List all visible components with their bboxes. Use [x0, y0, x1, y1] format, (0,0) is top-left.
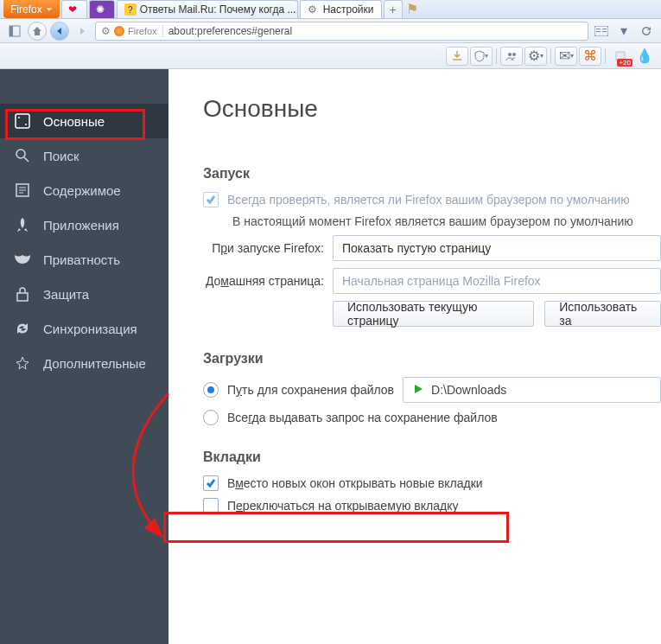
row-homepage: Домашняя страница: Начальная страница Mo… — [203, 268, 661, 294]
button-use-bookmark-label: Использовать за — [559, 300, 646, 328]
play-icon — [412, 383, 424, 398]
select-startup-action[interactable]: Показать пустую страницу — [333, 235, 661, 261]
tab-3[interactable]: ? Ответы Mail.Ru: Почему когда ... — [117, 0, 298, 18]
button-use-current-label: Использовать текущую страницу — [347, 300, 519, 328]
preferences-pane: Основные Поиск Содержимое Приложения При… — [0, 69, 661, 644]
button-use-bookmark[interactable]: Использовать за — [544, 301, 661, 327]
svg-point-10 — [18, 117, 20, 118]
row-open-in-tabs: Вместо новых окон открывать новые вкладк… — [203, 475, 661, 491]
tab-2[interactable]: ✺ — [89, 0, 115, 18]
input-homepage-placeholder: Начальная страница Mozilla Firefox — [342, 274, 541, 288]
tab-1[interactable]: ❤ — [61, 0, 87, 18]
svg-rect-6 — [602, 31, 607, 32]
input-homepage[interactable]: Начальная страница Mozilla Firefox — [333, 268, 661, 294]
checkbox-open-in-tabs[interactable] — [203, 475, 219, 491]
sidebar-item-security[interactable]: Защита — [0, 277, 168, 311]
firefox-menu-label: Firefox — [10, 3, 42, 16]
section-heading-downloads: Загрузки — [203, 351, 661, 367]
sidebar-item-general[interactable]: Основные — [0, 104, 168, 138]
url-text: about:preferences#general — [168, 25, 292, 37]
tab-4[interactable]: ⚙ Настройки — [300, 0, 382, 18]
save-path-value: D:\Downloads — [431, 383, 506, 397]
checkbox-always-check[interactable] — [203, 192, 219, 207]
preferences-content: Основные Запуск Всегда проверять, являет… — [168, 69, 661, 644]
rss-icon[interactable]: ⌘ — [579, 47, 601, 66]
gear-icon: ⚙ — [101, 25, 111, 37]
lock-icon — [14, 285, 31, 303]
page-title: Основные — [203, 95, 661, 123]
svg-rect-1 — [10, 26, 13, 36]
svg-point-8 — [512, 53, 516, 56]
gear-icon: ⚙ — [308, 3, 320, 16]
row-on-startup: При запуске Firefox: Показать пустую стр… — [203, 235, 661, 261]
sidebar-item-sync[interactable]: Синхронизация — [0, 311, 168, 346]
swirl-icon: ✺ — [96, 3, 108, 16]
checkbox-switch-to-tab[interactable] — [203, 498, 219, 513]
home-button[interactable] — [28, 22, 47, 41]
categories-sidebar: Основные Поиск Содержимое Приложения При… — [0, 69, 168, 644]
back-button[interactable] — [50, 22, 69, 41]
sidebar-item-apps[interactable]: Приложения — [0, 207, 168, 242]
svg-point-7 — [508, 53, 512, 56]
settings-icon[interactable]: ⚙▾ — [524, 47, 547, 66]
sidebar-item-label: Поиск — [43, 149, 79, 163]
notifications-icon[interactable]: +20 — [609, 47, 632, 66]
label-switch-to-tab: Переключаться на открываемую вкладку — [227, 499, 458, 513]
svg-rect-4 — [596, 31, 601, 32]
svg-rect-5 — [602, 29, 607, 29]
svg-rect-9 — [16, 114, 29, 128]
sidebar-item-label: Содержимое — [43, 183, 121, 198]
mail-icon: ? — [124, 3, 137, 16]
identity-box[interactable]: ⚙ Firefox — [99, 25, 163, 37]
general-icon — [14, 112, 31, 130]
sidebar-toggle-button[interactable] — [5, 22, 24, 41]
sidebar-item-label: Дополнительные — [43, 356, 146, 371]
label-open-in-tabs: Вместо новых окон открывать новые вкладк… — [227, 476, 483, 490]
identity-label: Firefox — [128, 26, 157, 36]
label-on-startup: При запуске Firefox: — [203, 241, 324, 255]
row-always-check: Всегда проверять, является ли Firefox ва… — [203, 192, 661, 207]
radio-always-ask[interactable] — [203, 410, 219, 425]
search-icon — [14, 147, 31, 164]
section-heading-tabs: Вкладки — [203, 450, 661, 465]
dropdown-button[interactable]: ▾ — [614, 22, 633, 41]
sidebar-item-label: Синхронизация — [43, 322, 137, 336]
sidebar-item-label: Защита — [43, 287, 89, 302]
nav-toolbar: ⚙ Firefox about:preferences#general ▾ — [0, 19, 661, 43]
toolbar-separator — [605, 48, 606, 64]
button-use-current[interactable]: Использовать текущую страницу — [333, 301, 534, 327]
addon-toolbar: ▾ ⚙▾ ✉▾ ⌘ +20 💧 — [0, 43, 661, 69]
sidebar-item-label: Приложения — [43, 218, 119, 233]
reload-button[interactable] — [637, 22, 656, 41]
sidebar-item-label: Основные — [43, 114, 105, 129]
users-icon[interactable] — [500, 47, 523, 66]
sidebar-item-content[interactable]: Содержимое — [0, 173, 168, 207]
sidebar-item-search[interactable]: Поиск — [0, 138, 168, 173]
downloads-tray-icon[interactable] — [446, 47, 468, 66]
mail-icon[interactable]: ✉▾ — [555, 47, 577, 66]
new-tab-button[interactable]: + — [384, 0, 403, 18]
default-browser-status: В настоящий момент Firefox является ваши… — [232, 214, 661, 228]
url-bar[interactable]: ⚙ Firefox about:preferences#general — [95, 22, 588, 41]
wizard-icon — [14, 354, 31, 372]
label-homepage: Домашняя страница: — [203, 274, 324, 288]
radio-save-to[interactable] — [203, 382, 219, 398]
toolbar-separator — [550, 48, 551, 64]
section-heading-startup: Запуск — [203, 166, 661, 182]
sidebar-item-privacy[interactable]: Приватность — [0, 242, 168, 277]
reader-button[interactable] — [592, 22, 611, 41]
label-save-to: Путь для сохранения файлов — [227, 383, 394, 397]
toolbar-separator — [496, 48, 497, 64]
forward-button[interactable] — [73, 22, 92, 41]
svg-rect-3 — [596, 29, 601, 29]
sidebar-item-advanced[interactable]: Дополнительные — [0, 346, 168, 380]
svg-point-11 — [25, 124, 27, 125]
drop-icon[interactable]: 💧 — [633, 47, 656, 66]
content-icon — [14, 182, 31, 199]
shield-icon[interactable]: ▾ — [470, 47, 493, 66]
row-switch-to-tab: Переключаться на открываемую вкладку — [203, 498, 661, 513]
tab-groups-button[interactable]: ⚑ — [403, 0, 422, 18]
input-save-path[interactable]: D:\Downloads — [403, 377, 661, 403]
rocket-icon — [14, 216, 31, 233]
firefox-menu-button[interactable]: Firefox — [3, 0, 60, 18]
